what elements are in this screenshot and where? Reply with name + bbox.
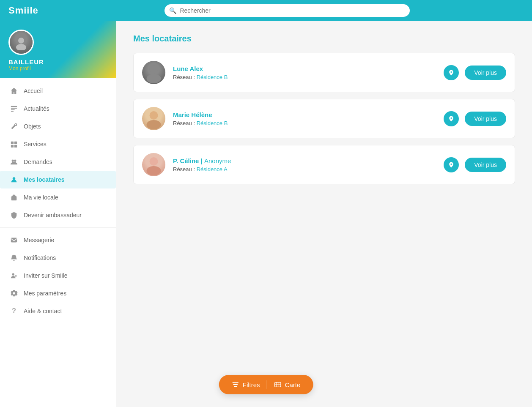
requests-icon <box>9 157 19 167</box>
svg-point-16 <box>150 65 158 74</box>
sidebar-item-devenir-ambassadeur[interactable]: Devenir ambassadeur <box>0 206 116 224</box>
tenant-actions-3: Voir plus <box>444 157 506 172</box>
tenant-avatar-2 <box>142 107 165 130</box>
sidebar-item-inviter[interactable]: Inviter sur Smiile <box>0 267 116 284</box>
sidebar-label-services: Services <box>24 141 47 148</box>
svg-rect-3 <box>11 108 17 109</box>
sidebar-label-actualites: Actualités <box>24 105 49 112</box>
sidebar-item-actualites[interactable]: Actualités <box>0 100 116 117</box>
svg-point-12 <box>13 177 15 180</box>
sidebar-label-aide: Aide & contact <box>24 308 62 314</box>
tenant-card-1: Lune Alex Réseau : Résidence B Voir plus <box>133 53 515 92</box>
nav-divider-1 <box>0 227 116 228</box>
tenant-actions-1: Voir plus <box>444 65 506 80</box>
tenant-avatar-1 <box>142 61 165 84</box>
sidebar-label-accueil: Accueil <box>24 87 43 94</box>
tenant-info-1: Lune Alex Réseau : Résidence B <box>173 65 444 80</box>
sidebar-item-demandes[interactable]: Demandes <box>0 153 116 171</box>
svg-point-19 <box>147 120 161 129</box>
avatar <box>8 30 34 55</box>
sidebar-label-ma-vie-locale: Ma vie locale <box>24 194 58 201</box>
filtres-button[interactable]: Filtres <box>232 381 260 388</box>
svg-rect-6 <box>11 142 14 144</box>
tenant-name-3: P. Céline | Anonyme <box>173 157 444 164</box>
bell-icon <box>9 253 19 262</box>
sidebar-item-accueil[interactable]: Accueil <box>0 82 116 100</box>
tenant-info-3: P. Céline | Anonyme Réseau : Résidence A <box>173 157 444 172</box>
sidebar-label-demandes: Demandes <box>24 158 52 165</box>
svg-point-17 <box>147 74 161 83</box>
logo: Smiile <box>8 5 38 16</box>
svg-point-0 <box>18 38 24 44</box>
svg-point-10 <box>12 160 14 162</box>
sidebar-item-mes-locataires[interactable]: Mes locataires <box>0 171 116 188</box>
sidebar-label-objets: Objets <box>24 123 41 130</box>
svg-point-11 <box>14 160 16 162</box>
topbar: Smiile 🔍 <box>0 0 532 21</box>
invite-icon <box>9 271 19 280</box>
sidebar-item-objets[interactable]: Objets <box>0 117 116 135</box>
content-area: Mes locataires Lune Alex Réseau : Réside… <box>116 21 532 407</box>
search-icon: 🔍 <box>169 7 176 14</box>
sidebar-item-messagerie[interactable]: Messagerie <box>0 231 116 249</box>
svg-point-20 <box>150 157 158 166</box>
sidebar-label-devenir-ambassadeur: Devenir ambassadeur <box>24 212 82 219</box>
svg-point-21 <box>147 166 161 175</box>
sidebar-label-notifications: Notifications <box>24 254 56 261</box>
svg-rect-7 <box>14 142 17 144</box>
location-button-2[interactable] <box>444 111 459 126</box>
svg-rect-4 <box>11 109 15 110</box>
svg-rect-14 <box>11 238 17 243</box>
gear-icon <box>9 289 19 298</box>
tenant-network-1: Réseau : Résidence B <box>173 74 444 80</box>
home-icon <box>9 86 19 96</box>
filtres-label: Filtres <box>243 381 260 388</box>
sidebar-label-messagerie: Messagerie <box>24 237 54 243</box>
sidebar-item-notifications[interactable]: Notifications <box>0 249 116 267</box>
svg-rect-5 <box>11 111 14 112</box>
sidebar-item-services[interactable]: Services <box>0 135 116 153</box>
location-button-3[interactable] <box>444 157 459 172</box>
profile-sub: Mon profil <box>8 66 31 71</box>
filter-bar[interactable]: Filtres Carte <box>219 375 313 394</box>
services-icon <box>9 139 19 149</box>
svg-point-1 <box>16 44 26 50</box>
svg-rect-9 <box>14 145 17 148</box>
svg-point-18 <box>150 111 158 120</box>
sidebar-item-aide[interactable]: ? Aide & contact <box>0 302 116 320</box>
avatar-image <box>10 31 33 54</box>
mail-icon <box>9 235 19 245</box>
sidebar: BAILLEUR Mon profil Accueil Actualités <box>0 21 116 407</box>
tenant-card-2: Marie Hélène Réseau : Résidence B Voir p… <box>133 99 515 138</box>
sidebar-item-ma-vie-locale[interactable]: Ma vie locale <box>0 188 116 206</box>
sidebar-label-parametres: Mes paramètres <box>24 290 66 297</box>
tenants-icon <box>9 175 19 184</box>
tenant-card-3: P. Céline | Anonyme Réseau : Résidence A… <box>133 145 515 184</box>
voir-plus-button-3[interactable]: Voir plus <box>465 158 506 172</box>
carte-label: Carte <box>285 381 301 388</box>
tenant-network-2: Réseau : Résidence B <box>173 120 444 126</box>
help-icon: ? <box>9 306 19 316</box>
search-input[interactable] <box>165 4 410 17</box>
tenant-actions-2: Voir plus <box>444 111 506 126</box>
tenant-network-3: Réseau : Résidence A <box>173 166 444 172</box>
page-title: Mes locataires <box>133 34 515 44</box>
profile-role: BAILLEUR <box>8 58 44 66</box>
main-layout: BAILLEUR Mon profil Accueil Actualités <box>0 21 532 407</box>
voir-plus-button-1[interactable]: Voir plus <box>465 66 506 80</box>
location-button-1[interactable] <box>444 65 459 80</box>
tenant-name-2: Marie Hélène <box>173 111 444 118</box>
svg-point-15 <box>12 273 14 276</box>
svg-rect-2 <box>11 106 17 107</box>
local-life-icon <box>9 193 19 202</box>
sidebar-item-parametres[interactable]: Mes paramètres <box>0 284 116 302</box>
voir-plus-button-2[interactable]: Voir plus <box>465 112 506 126</box>
svg-rect-8 <box>11 145 14 148</box>
svg-rect-13 <box>11 197 17 200</box>
carte-button[interactable]: Carte <box>274 381 301 388</box>
tenant-info-2: Marie Hélène Réseau : Résidence B <box>173 111 444 126</box>
filter-divider <box>267 380 267 389</box>
sidebar-profile: BAILLEUR Mon profil <box>0 21 116 78</box>
shield-icon <box>9 210 19 220</box>
search-wrap: 🔍 <box>165 4 410 17</box>
